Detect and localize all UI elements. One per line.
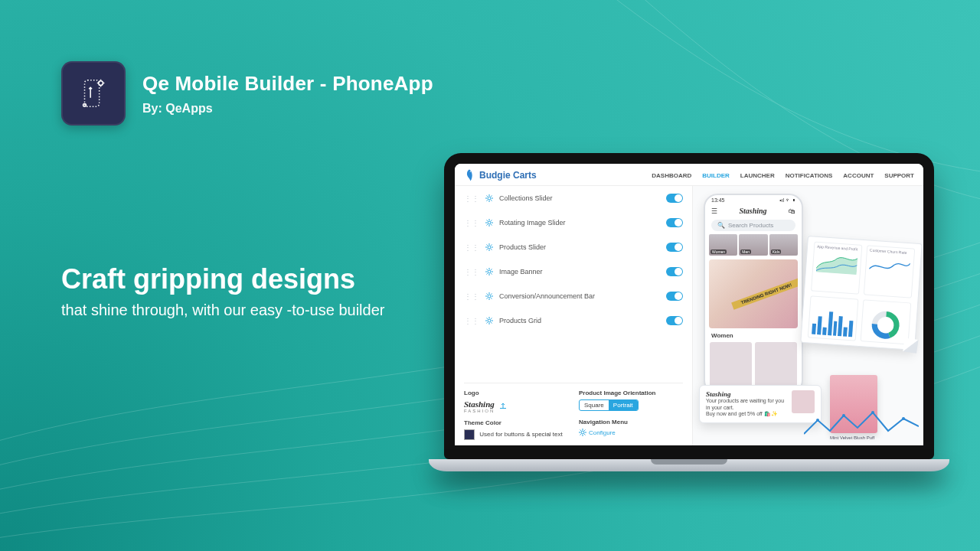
theme-note: Used for buttons & special text: [479, 431, 563, 438]
hero-copy: Craft gripping designs that shine throug…: [61, 264, 384, 321]
drag-handle-icon[interactable]: ⋮⋮: [464, 317, 479, 325]
svg-point-7: [488, 270, 491, 273]
app-screen: Budgie Carts DASHBOARDBUILDERLAUNCHERNOT…: [455, 164, 923, 447]
gear-icon[interactable]: [485, 194, 493, 202]
search-icon: 🔍: [717, 222, 725, 229]
hero-subtext: that shine through, with our easy -to-us…: [61, 299, 384, 321]
notif-brand: Stashing: [706, 390, 787, 398]
logo-sub: FASHION: [464, 409, 495, 413]
nav-support[interactable]: SUPPORT: [884, 172, 914, 179]
app-byline: By: QeApps: [142, 102, 433, 116]
toggle-switch[interactable]: [666, 292, 683, 301]
app-title: Qe Mobile Builder - PhoneApp: [142, 72, 433, 96]
notif-line1: Your products are waiting for you in you…: [706, 398, 787, 412]
orientation-panel: Product Image Orientation Square Portrai…: [579, 390, 683, 440]
donut-chart-icon: [869, 308, 903, 342]
gear-icon[interactable]: [485, 243, 493, 251]
app-header: Qe Mobile Builder - PhoneApp By: QeApps: [61, 61, 433, 126]
nav-builder[interactable]: BUILDER: [702, 172, 730, 179]
logo-name: Stashing: [464, 399, 495, 409]
trending-ribbon: TRENDING RIGHT NOW!: [731, 278, 798, 310]
nav-notifications[interactable]: NOTIFICATIONS: [786, 172, 833, 179]
toggle-switch[interactable]: [666, 316, 683, 325]
drag-handle-icon[interactable]: ⋮⋮: [464, 292, 479, 301]
builder-row: ⋮⋮Rotating Image Slider: [464, 218, 683, 227]
drag-handle-icon[interactable]: ⋮⋮: [464, 243, 479, 252]
svg-point-4: [488, 197, 491, 200]
svg-point-5: [488, 221, 491, 224]
builder-row: ⋮⋮Image Banner: [464, 267, 683, 276]
bar-chart-icon: [812, 308, 854, 337]
builder-row-label: Conversion/Announcement Bar: [499, 292, 660, 300]
orientation-segmented[interactable]: Square Portrait: [579, 399, 639, 411]
configure-link[interactable]: Configure: [579, 429, 616, 436]
svg-point-15: [842, 414, 845, 417]
svg-point-8: [488, 295, 491, 298]
builder-row: ⋮⋮Products Grid: [464, 316, 683, 325]
upload-icon[interactable]: [499, 402, 507, 411]
orientation-portrait[interactable]: Portrait: [609, 400, 638, 410]
svg-point-14: [816, 419, 819, 422]
app-brand: Budgie Carts: [464, 168, 537, 182]
svg-point-1: [99, 81, 103, 86]
app-logo-icon: [61, 61, 126, 126]
category-tile[interactable]: Women: [709, 234, 737, 256]
toggle-switch[interactable]: [666, 218, 683, 227]
nav-dashboard[interactable]: DASHBOARD: [652, 172, 691, 179]
bag-icon[interactable]: 🛍: [789, 207, 795, 215]
svg-point-16: [871, 411, 874, 414]
laptop-mockup: Budgie Carts DASHBOARDBUILDERLAUNCHERNOT…: [429, 153, 949, 471]
svg-rect-0: [85, 80, 100, 107]
builder-row-label: Rotating Image Slider: [499, 219, 660, 227]
builder-column: ⋮⋮Collections Slider⋮⋮Rotating Image Sli…: [455, 186, 692, 446]
toggle-switch[interactable]: [666, 194, 683, 203]
builder-row-label: Products Slider: [499, 243, 660, 251]
phone-status-icons: •ıl ᯤ ▮: [779, 197, 795, 203]
toggle-switch[interactable]: [666, 267, 683, 276]
product-card[interactable]: [755, 342, 797, 388]
settings-panels: Logo Stashing FASHION Theme Color: [464, 383, 683, 440]
area-chart-icon: [816, 252, 858, 275]
nav-launcher[interactable]: LAUNCHER: [740, 172, 775, 179]
notif-line2: Buy now and get 5% off 🛍️✨: [706, 411, 787, 418]
product-card[interactable]: [710, 342, 752, 388]
builder-row: ⋮⋮Products Slider: [464, 243, 683, 252]
laptop-base: [429, 459, 949, 471]
drag-handle-icon[interactable]: ⋮⋮: [464, 219, 479, 227]
theme-label: Theme Color: [464, 419, 568, 426]
navmenu-label: Navigation Menu: [579, 419, 683, 425]
orientation-label: Product Image Orientation: [579, 390, 683, 396]
brand-label: Budgie Carts: [479, 170, 537, 181]
toggle-switch[interactable]: [666, 243, 683, 252]
preview-column: 13:45 •ıl ᯤ ▮ ☰ Stashing 🛍 🔍 Search Prod…: [692, 186, 923, 446]
gear-icon[interactable]: [485, 268, 493, 276]
theme-swatch[interactable]: [464, 429, 475, 440]
phone-preview: 13:45 •ıl ᯤ ▮ ☰ Stashing 🛍 🔍 Search Prod…: [704, 194, 803, 394]
builder-row: ⋮⋮Conversion/Announcement Bar: [464, 292, 683, 301]
phone-search[interactable]: 🔍 Search Products: [711, 220, 795, 231]
gear-icon[interactable]: [485, 219, 493, 227]
svg-point-6: [488, 246, 491, 249]
phone-time: 13:45: [711, 197, 725, 203]
nav-account[interactable]: ACCOUNT: [843, 172, 874, 179]
logo-label: Logo: [464, 390, 568, 396]
sparkline-icon: [804, 408, 919, 442]
menu-icon[interactable]: ☰: [711, 207, 717, 215]
drag-handle-icon[interactable]: ⋮⋮: [464, 194, 479, 203]
push-notification-card: Stashing Your products are waiting for y…: [699, 385, 822, 423]
category-tile[interactable]: Kids: [769, 234, 798, 256]
phone-section-label: Women: [705, 332, 802, 339]
logo-panel: Logo Stashing FASHION Theme Color: [464, 390, 568, 440]
builder-row-label: Products Grid: [499, 317, 660, 324]
gear-icon[interactable]: [485, 292, 493, 300]
bird-icon: [464, 168, 475, 182]
builder-row-label: Collections Slider: [499, 194, 660, 202]
svg-point-10: [581, 431, 584, 434]
orientation-square[interactable]: Square: [580, 400, 609, 410]
hero-headline: Craft gripping designs: [61, 264, 384, 295]
category-tile[interactable]: Men: [739, 234, 767, 256]
drag-handle-icon[interactable]: ⋮⋮: [464, 268, 479, 276]
gear-icon[interactable]: [485, 317, 493, 324]
builder-row-label: Image Banner: [499, 268, 660, 276]
phone-hero-banner[interactable]: TRENDING RIGHT NOW!: [709, 259, 798, 328]
